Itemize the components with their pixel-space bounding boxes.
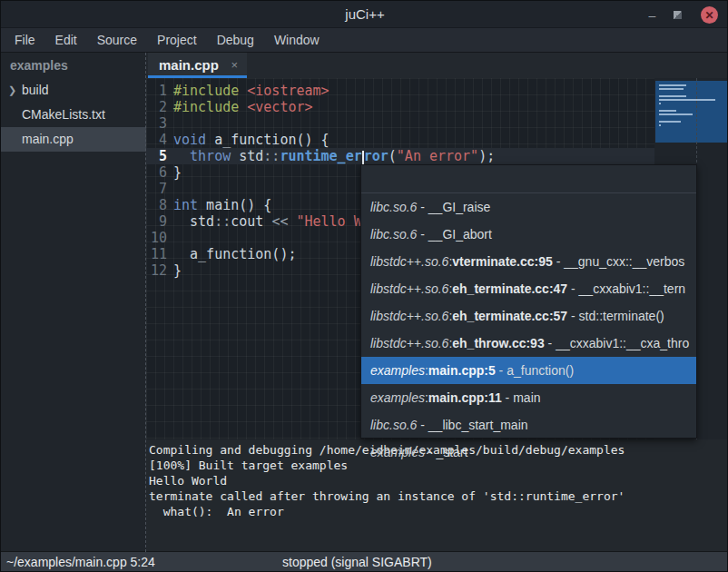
backtrace-library: libc.so.6 — [370, 227, 417, 242]
backtrace-item[interactable]: examples:main.cpp:11 - main — [361, 384, 696, 411]
line-number[interactable]: 9 — [146, 213, 170, 230]
menu-window[interactable]: Window — [264, 29, 330, 51]
code-token: ( — [389, 148, 397, 164]
tab-close-icon[interactable]: × — [231, 58, 238, 72]
close-button[interactable]: ✕ — [701, 6, 718, 24]
backtrace-function: __cxxabiv1::__tern — [579, 281, 686, 296]
backtrace-library: libstdc++.so.6 — [370, 281, 448, 296]
backtrace-library: libstdc++.so.6 — [370, 336, 448, 350]
code-token: int — [173, 197, 198, 213]
menu-debug[interactable]: Debug — [207, 29, 264, 51]
tab-main-cpp[interactable]: main.cpp × — [148, 53, 247, 78]
backtrace-file-line: vterminate.cc:95 — [452, 254, 553, 269]
code-token: a_function() { — [206, 132, 329, 148]
menu-project[interactable]: Project — [147, 29, 207, 51]
menu-file[interactable]: File — [5, 29, 45, 51]
backtrace-file-line: main.cpp:5 — [428, 363, 496, 378]
backtrace-function: __GI_abort — [428, 227, 492, 242]
minimize-button[interactable]: – — [644, 7, 660, 23]
terminal-line: what(): An error — [149, 504, 728, 519]
status-file-position: ~/examples/main.cpp 5:24 — [6, 555, 155, 569]
tree-item-label: build — [22, 78, 49, 103]
code-token: #include — [173, 99, 247, 115]
backtrace-separator: - — [417, 227, 428, 242]
code-token: std — [231, 148, 263, 164]
line-number[interactable]: 6 — [146, 164, 170, 181]
backtrace-item[interactable]: libc.so.6 - __libc_start_main — [361, 411, 696, 439]
code-token: <iostream> — [247, 83, 329, 99]
backtrace-item[interactable]: libc.so.6 - __GI_raise — [361, 193, 696, 221]
backtrace-item[interactable]: libstdc++.so.6:vterminate.cc:95 - __gnu_… — [361, 248, 696, 275]
code-token: throw — [190, 148, 231, 164]
line-number[interactable]: 12 — [146, 262, 170, 279]
tree-item-label: main.cpp — [22, 127, 74, 152]
code-line — [173, 115, 654, 132]
code-token: << — [271, 213, 296, 230]
line-number[interactable]: 11 — [146, 246, 170, 262]
backtrace-library: libc.so.6 — [370, 200, 417, 214]
backtrace-separator: - — [496, 363, 507, 378]
tree-item-build[interactable]: ❯build — [1, 78, 146, 103]
terminal-line: Hello World — [149, 473, 728, 488]
line-number[interactable]: 3 — [146, 115, 170, 132]
code-token: :: — [214, 213, 231, 230]
code-token: <vector> — [247, 99, 312, 115]
window-title: juCi++ — [1, 6, 728, 22]
line-number-gutter[interactable]: 123456789101112 — [146, 83, 170, 279]
minimap-code-line — [659, 103, 661, 104]
tree-item-cmakelists-txt[interactable]: CMakeLists.txt — [1, 103, 146, 127]
menu-source[interactable]: Source — [87, 29, 147, 51]
code-line: throw std::runtime_error("An error"); — [173, 148, 654, 164]
code-token: "An error" — [397, 148, 478, 164]
code-token: main() { — [198, 197, 271, 213]
code-token: #include — [173, 83, 247, 99]
backtrace-item[interactable]: libc.so.6 - __GI_abort — [361, 221, 696, 248]
restore-button[interactable] — [670, 7, 685, 23]
backtrace-file-line: main.cpp:11 — [428, 390, 502, 405]
backtrace-popup: libc.so.6 - __GI_raiselibc.so.6 - __GI_a… — [360, 164, 697, 439]
tree-item-main-cpp[interactable]: main.cpp — [1, 127, 146, 152]
minimap-code-line — [659, 121, 681, 123]
minimap-view-slider[interactable] — [655, 81, 728, 143]
code-token — [173, 148, 190, 164]
line-number[interactable]: 2 — [146, 99, 170, 115]
line-number[interactable]: 5 — [146, 148, 170, 164]
backtrace-function: main — [513, 390, 540, 405]
file-tree: ❯buildCMakeLists.txtmain.cpp — [1, 78, 146, 152]
backtrace-library: libstdc++.so.6 — [370, 254, 448, 269]
backtrace-file-line: eh_terminate.cc:57 — [452, 309, 567, 323]
file-tree-sidebar: examples ❯buildCMakeLists.txtmain.cpp — [1, 53, 146, 552]
code-line: #include <iostream> — [173, 83, 654, 99]
line-number[interactable]: 1 — [146, 83, 170, 99]
line-number[interactable]: 10 — [146, 230, 170, 246]
minimap-code-line — [659, 95, 686, 97]
line-number[interactable]: 8 — [146, 197, 170, 213]
menubar: FileEditSourceProjectDebugWindow — [1, 28, 728, 53]
backtrace-item[interactable]: libstdc++.so.6:eh_terminate.cc:47 - __cx… — [361, 275, 696, 302]
code-token: ror — [364, 148, 389, 164]
status-debug-state: stopped (signal SIGABRT) — [282, 555, 432, 569]
backtrace-library: libc.so.6 — [370, 418, 417, 432]
line-number[interactable]: 4 — [146, 132, 170, 148]
code-token: std — [173, 213, 214, 230]
titlebar[interactable]: juCi++ – ✕ — [1, 1, 728, 28]
backtrace-item[interactable]: examples:main.cpp:5 - a_function() — [361, 357, 696, 384]
backtrace-item[interactable]: libstdc++.so.6:eh_terminate.cc:57 - std:… — [361, 302, 696, 330]
backtrace-item[interactable]: examples - _start — [361, 439, 696, 466]
tree-item-label: CMakeLists.txt — [22, 103, 105, 127]
backtrace-separator: - — [567, 309, 578, 323]
menu-edit[interactable]: Edit — [45, 29, 87, 51]
code-token: cout — [231, 213, 271, 230]
line-number[interactable]: 7 — [146, 181, 170, 197]
backtrace-item[interactable]: libstdc++.so.6:eh_throw.cc:93 - __cxxabi… — [361, 330, 696, 357]
backtrace-library: libstdc++.so.6 — [370, 309, 448, 323]
minimap-code-line — [659, 88, 684, 90]
code-line: #include <vector> — [173, 99, 654, 115]
juci-window: { "window": { "title": "juCi++", "minimi… — [0, 0, 728, 572]
code-token: :: — [263, 148, 280, 164]
backtrace-function: __GI_raise — [428, 200, 490, 214]
sidebar-resize-handle[interactable] — [145, 53, 146, 552]
backtrace-file-line: eh_throw.cc:93 — [452, 336, 544, 350]
expander-chevron-icon[interactable]: ❯ — [8, 78, 16, 103]
backtrace-separator: - — [502, 390, 513, 405]
